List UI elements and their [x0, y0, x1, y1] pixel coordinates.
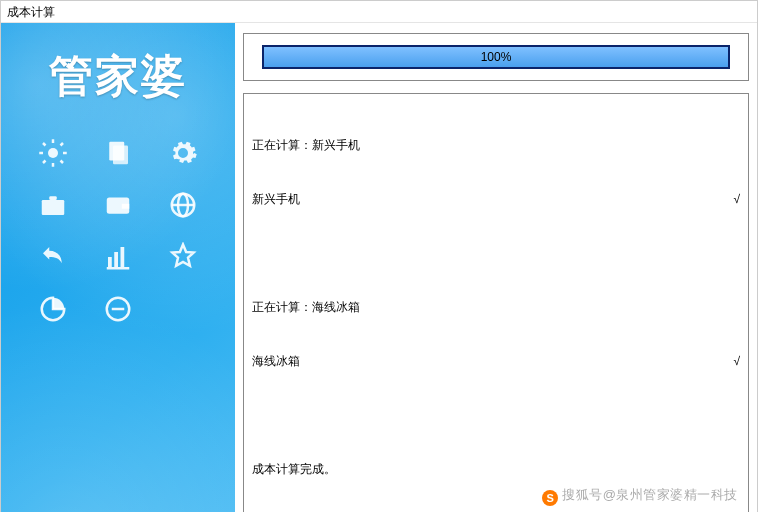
star-icon — [166, 240, 200, 274]
main-panel: 100% 正在计算：新兴手机 新兴手机 √ 正在计算：海线冰箱 海线冰箱 √ — [235, 23, 757, 512]
log-line-complete: 成本计算完成。 — [252, 460, 740, 478]
cost-calc-window: 成本计算 管家婆 — [0, 0, 758, 512]
minus-circle-icon — [101, 292, 135, 326]
sidebar: 管家婆 — [1, 23, 235, 512]
log-check-icon: √ — [733, 352, 740, 370]
svg-point-0 — [48, 148, 58, 158]
gear-icon — [166, 136, 200, 170]
log-line: 正在计算：海线冰箱 — [252, 298, 740, 316]
briefcase-icon — [36, 188, 70, 222]
log-check-icon: √ — [733, 190, 740, 208]
svg-rect-14 — [122, 204, 130, 209]
content-area: 管家婆 100% — [1, 23, 757, 512]
svg-rect-12 — [49, 196, 57, 200]
wallet-icon — [101, 188, 135, 222]
log-item-name: 海线冰箱 — [252, 352, 300, 370]
svg-rect-10 — [113, 146, 128, 165]
svg-line-8 — [60, 143, 63, 146]
sidebar-icon-grid — [1, 116, 235, 326]
documents-icon — [101, 136, 135, 170]
svg-rect-19 — [114, 252, 118, 267]
log-panel: 正在计算：新兴手机 新兴手机 √ 正在计算：海线冰箱 海线冰箱 √ 成本计算完成… — [243, 93, 749, 512]
progress-panel: 100% — [243, 33, 749, 81]
sun-icon — [36, 136, 70, 170]
svg-rect-11 — [41, 200, 64, 215]
globe-icon — [166, 188, 200, 222]
svg-line-6 — [60, 161, 63, 164]
brand-logo: 管家婆 — [1, 23, 235, 116]
bar-chart-icon — [101, 240, 135, 274]
log-line: 正在计算：新兴手机 — [252, 136, 740, 154]
svg-line-5 — [43, 143, 46, 146]
window-title: 成本计算 — [1, 1, 757, 23]
progress-bar: 100% — [262, 45, 730, 69]
progress-label: 100% — [264, 47, 728, 67]
undo-icon — [36, 240, 70, 274]
svg-rect-20 — [120, 247, 124, 267]
svg-rect-18 — [108, 257, 112, 267]
log-item-name: 新兴手机 — [252, 190, 300, 208]
pie-chart-icon — [36, 292, 70, 326]
svg-line-7 — [43, 161, 46, 164]
